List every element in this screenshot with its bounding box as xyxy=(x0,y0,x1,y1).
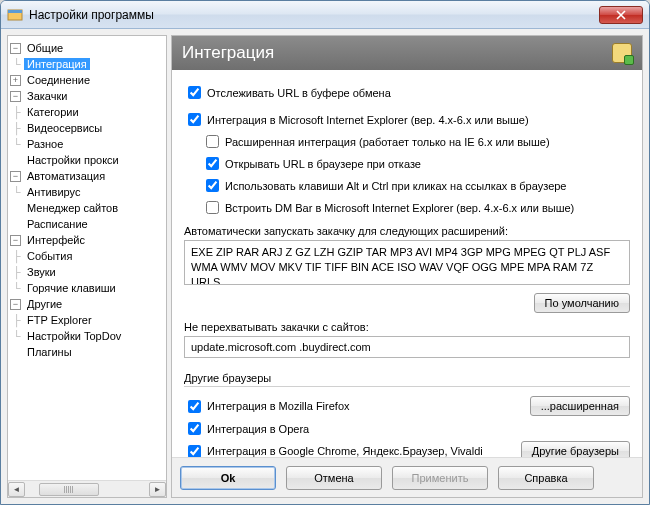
tree-item-misc[interactable]: └Разное xyxy=(10,136,164,152)
auto-ext-label: Автоматически запускать закачку для след… xyxy=(184,225,630,237)
firefox-checkbox[interactable] xyxy=(188,400,201,413)
tree-item-antivirus[interactable]: └Антивирус xyxy=(10,184,164,200)
other-browsers-title: Другие браузеры xyxy=(184,372,630,384)
auto-ext-input[interactable] xyxy=(184,240,630,285)
skip-sites-input[interactable] xyxy=(184,336,630,358)
scroll-left-button[interactable]: ◄ xyxy=(8,482,25,497)
panel-title: Интеграция xyxy=(182,43,612,63)
ie-integration-checkbox[interactable] xyxy=(188,113,201,126)
tree-item-sounds[interactable]: ├Звуки xyxy=(10,264,164,280)
tree-item-ftp[interactable]: ├FTP Explorer xyxy=(10,312,164,328)
tree-item-schedule[interactable]: Расписание xyxy=(10,216,164,232)
tree-item-plugins[interactable]: Плагины xyxy=(10,344,164,360)
settings-window: Настройки программы −Общие └Интеграция +… xyxy=(0,0,650,505)
ie-bar-checkbox[interactable] xyxy=(206,201,219,214)
opt-ie-integration[interactable]: Интеграция в Microsoft Internet Explorer… xyxy=(184,110,630,129)
clipboard-checkbox[interactable] xyxy=(188,86,201,99)
titlebar: Настройки программы xyxy=(1,1,649,29)
opt-clipboard[interactable]: Отслеживать URL в буфере обмена xyxy=(184,83,630,102)
opt-ie-open[interactable]: Открывать URL в браузере при отказе xyxy=(202,154,630,173)
default-extensions-button[interactable]: По умолчанию xyxy=(534,293,630,313)
firefox-extended-button[interactable]: ...расширенная xyxy=(530,396,630,416)
ie-open-checkbox[interactable] xyxy=(206,157,219,170)
tree-item-events[interactable]: ├События xyxy=(10,248,164,264)
tree-item-proxy[interactable]: Настройки прокси xyxy=(10,152,164,168)
tree-h-scrollbar[interactable]: ◄ ► xyxy=(8,480,166,497)
tree-item-other[interactable]: −Другие xyxy=(10,296,164,312)
app-icon xyxy=(7,7,23,23)
opt-opera[interactable]: Интеграция в Opera xyxy=(184,419,630,438)
tree-item-videoservices[interactable]: ├Видеосервисы xyxy=(10,120,164,136)
nav-tree[interactable]: −Общие └Интеграция +Соединение −Закачки … xyxy=(7,35,167,498)
tree-item-sitemgr[interactable]: Менеджер сайтов xyxy=(10,200,164,216)
scroll-right-button[interactable]: ► xyxy=(149,482,166,497)
help-button[interactable]: Справка xyxy=(498,466,594,490)
close-button[interactable] xyxy=(599,6,643,24)
tree-item-downloads[interactable]: −Закачки xyxy=(10,88,164,104)
opt-ie-keys[interactable]: Использовать клавиши Alt и Ctrl при клик… xyxy=(202,176,630,195)
window-title: Настройки программы xyxy=(29,8,599,22)
opera-checkbox[interactable] xyxy=(188,422,201,435)
cancel-button[interactable]: Отмена xyxy=(286,466,382,490)
main-panel: Интеграция Отслеживать URL в буфере обме… xyxy=(171,35,643,498)
panel-header: Интеграция xyxy=(172,36,642,70)
tree-item-interface[interactable]: −Интерфейс xyxy=(10,232,164,248)
tree-item-connection[interactable]: +Соединение xyxy=(10,72,164,88)
opt-chrome[interactable]: Интеграция в Google Chrome, Яндекс.Брауз… xyxy=(184,442,521,458)
opt-ie-bar[interactable]: Встроить DM Bar в Microsoft Internet Exp… xyxy=(202,198,630,217)
opt-firefox[interactable]: Интеграция в Mozilla Firefox xyxy=(184,397,530,416)
close-icon xyxy=(616,10,626,20)
scroll-thumb[interactable] xyxy=(39,483,99,496)
apply-button[interactable]: Применить xyxy=(392,466,488,490)
skip-sites-label: Не перехватывать закачки с сайтов: xyxy=(184,321,630,333)
tree-item-categories[interactable]: ├Категории xyxy=(10,104,164,120)
tree-item-automation[interactable]: −Автоматизация xyxy=(10,168,164,184)
ok-button[interactable]: Ok xyxy=(180,466,276,490)
tree-item-general[interactable]: −Общие xyxy=(10,40,164,56)
tree-item-integration[interactable]: └Интеграция xyxy=(10,56,164,72)
ie-extended-checkbox[interactable] xyxy=(206,135,219,148)
other-browsers-button[interactable]: Другие браузеры xyxy=(521,441,630,457)
opt-ie-extended[interactable]: Расширенная интеграция (работает только … xyxy=(202,132,630,151)
dialog-footer: Ok Отмена Применить Справка xyxy=(172,457,642,497)
svg-rect-1 xyxy=(8,10,22,13)
chrome-checkbox[interactable] xyxy=(188,445,201,458)
ie-keys-checkbox[interactable] xyxy=(206,179,219,192)
integration-icon xyxy=(612,43,632,63)
tree-item-hotkeys[interactable]: └Горячие клавиши xyxy=(10,280,164,296)
tree-item-topdov[interactable]: └Настройки TopDov xyxy=(10,328,164,344)
